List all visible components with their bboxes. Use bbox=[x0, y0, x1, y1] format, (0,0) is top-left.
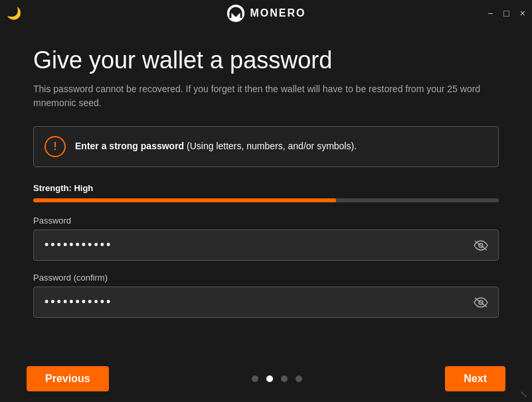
title-bar-right: − □ × bbox=[488, 8, 525, 19]
password-label: Password bbox=[33, 216, 499, 226]
strength-label: Strength: High bbox=[33, 183, 499, 193]
confirm-password-field-section: Password (confirm) bbox=[33, 273, 499, 318]
confirm-eye-icon bbox=[474, 297, 488, 308]
title-bar: 🌙 MONERO − □ × bbox=[0, 0, 532, 27]
alert-text-normal: (Using letters, numbers, and/or symbols)… bbox=[184, 141, 357, 151]
pagination-dot-4 bbox=[296, 375, 302, 382]
close-button[interactable]: × bbox=[520, 8, 525, 19]
alert-text-bold: Enter a strong password bbox=[75, 141, 184, 151]
alert-text: Enter a strong password (Using letters, … bbox=[75, 140, 357, 153]
confirm-password-input-wrapper bbox=[33, 287, 499, 318]
password-input-wrapper bbox=[33, 230, 499, 261]
maximize-button[interactable]: □ bbox=[503, 8, 509, 19]
title-bar-left: 🌙 bbox=[7, 6, 21, 21]
page-title: Give your wallet a password bbox=[33, 46, 499, 74]
confirm-password-label: Password (confirm) bbox=[33, 273, 499, 283]
strength-section: Strength: High bbox=[33, 183, 499, 202]
pagination-dots bbox=[252, 375, 302, 382]
password-field-section: Password bbox=[33, 216, 499, 261]
bottom-navigation: Previous Next bbox=[0, 356, 532, 402]
app-title: MONERO bbox=[250, 7, 306, 19]
password-visibility-toggle[interactable] bbox=[471, 237, 491, 254]
password-input[interactable] bbox=[33, 230, 499, 261]
minimize-button[interactable]: − bbox=[488, 8, 493, 19]
alert-box: ! Enter a strong password (Using letters… bbox=[33, 126, 499, 167]
next-button[interactable]: Next bbox=[445, 366, 505, 391]
pagination-dot-2 bbox=[266, 375, 273, 382]
previous-button[interactable]: Previous bbox=[27, 366, 109, 391]
pagination-dot-1 bbox=[252, 375, 258, 382]
confirm-password-visibility-toggle[interactable] bbox=[471, 294, 491, 311]
strength-bar-fill bbox=[33, 198, 336, 202]
alert-icon: ! bbox=[44, 136, 66, 157]
moon-icon[interactable]: 🌙 bbox=[7, 6, 21, 21]
resize-handle[interactable]: ⤡ bbox=[520, 389, 528, 399]
confirm-password-input[interactable] bbox=[33, 287, 499, 318]
monero-logo-icon bbox=[226, 4, 245, 23]
main-content: Give your wallet a password This passwor… bbox=[0, 27, 532, 343]
strength-bar-container bbox=[33, 198, 499, 202]
page-description: This password cannot be recovered. If yo… bbox=[33, 82, 485, 110]
title-bar-center: MONERO bbox=[226, 4, 306, 23]
eye-icon bbox=[474, 239, 488, 251]
pagination-dot-3 bbox=[281, 375, 288, 382]
